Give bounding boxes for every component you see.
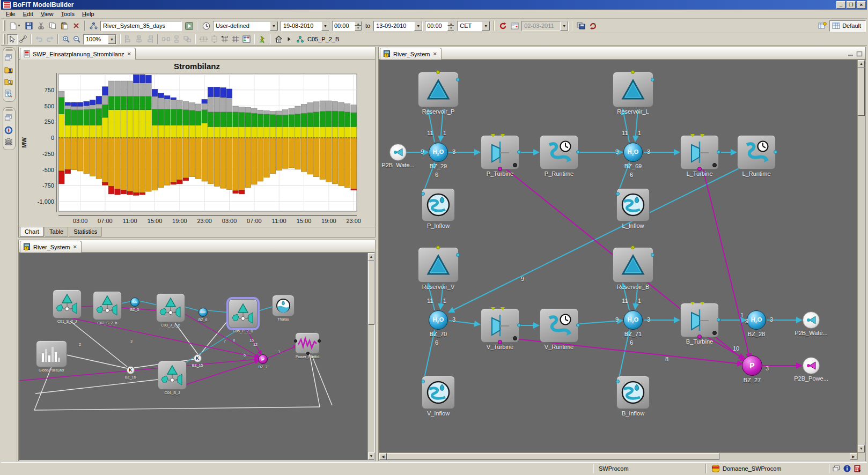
search-folder-icon[interactable] [4, 78, 13, 86]
node-p-inflow[interactable] [422, 188, 455, 221]
align-right-button[interactable] [144, 34, 155, 44]
node-v-turbine[interactable] [481, 308, 519, 343]
distribute-v-button[interactable] [171, 34, 182, 44]
copy-button[interactable] [47, 20, 58, 32]
zoom-level-select-arrow-icon[interactable]: ▼ [108, 35, 116, 44]
start-time-spinner[interactable]: 00:00▲▼ [332, 21, 362, 31]
undo-button[interactable] [34, 34, 45, 44]
connect-tool-button[interactable] [18, 34, 28, 44]
timezone-select-arrow-icon[interactable]: ▼ [482, 21, 490, 31]
node-b-turbine[interactable] [680, 303, 719, 337]
distribute-h-button[interactable] [160, 34, 171, 44]
tab-strombilanz[interactable]: SWP_Einsatzplanung_Strombilanz ✕ [20, 48, 136, 60]
diagram-canvas[interactable]: Reservoir_PReservoir_LP2B_Wate...H2OBZ_2… [379, 60, 865, 461]
align-middle-button[interactable] [134, 34, 144, 44]
node-bz-27[interactable]: P [742, 355, 762, 376]
node-v-inflow[interactable] [422, 376, 455, 409]
info-icon[interactable] [843, 465, 851, 472]
snap-shrink-button[interactable] [198, 34, 209, 44]
calendar-button[interactable] [509, 20, 520, 32]
node-reservoir-p[interactable] [418, 72, 459, 107]
node-bz-28[interactable]: H2O [747, 310, 766, 330]
zoom-in-button[interactable] [61, 34, 71, 44]
align-left-button[interactable] [123, 34, 134, 44]
start-date-select[interactable]: 19-08-2010▼ [281, 21, 330, 31]
menu-view[interactable]: View [37, 10, 57, 18]
reload-button[interactable] [587, 20, 599, 32]
run-button[interactable] [183, 20, 195, 32]
node-bz-70[interactable]: H2O [429, 310, 448, 330]
node-b-inflow[interactable] [616, 376, 650, 409]
node-p-runtime[interactable] [540, 135, 578, 169]
node-bz-29[interactable]: H2O [429, 143, 448, 162]
match-size-button[interactable] [182, 34, 193, 44]
overview-canvas[interactable]: C01_S_2_JC02_S_2_bH₂OBZ_5C03_J_2_bH₂OBZ_… [19, 253, 375, 461]
save-version-button[interactable] [575, 20, 587, 32]
scroll-up-icon[interactable]: ▲ [858, 60, 865, 68]
node-c05[interactable] [229, 299, 258, 328]
node-c03[interactable] [156, 293, 185, 322]
new-button[interactable]: ▼ [7, 20, 23, 32]
end-date-select-arrow-icon[interactable]: ▼ [414, 21, 422, 31]
tab-close-icon[interactable]: ✕ [72, 244, 77, 250]
node-pp[interactable] [295, 332, 320, 354]
node-c04[interactable] [158, 361, 187, 390]
reset-time-button[interactable] [497, 20, 509, 32]
diagram-vertical-scrollbar[interactable]: ▲ ▼ [857, 60, 865, 460]
bottom-tab-table[interactable]: Table [45, 227, 68, 237]
node-reservoir-l[interactable] [613, 72, 653, 107]
scroll-left-icon[interactable]: ◀ [379, 453, 387, 460]
calc-icon[interactable] [854, 465, 862, 472]
node-l-inflow[interactable] [616, 188, 650, 221]
bottom-tab-chart[interactable]: Chart [20, 227, 44, 237]
delete-button[interactable] [70, 20, 82, 32]
node-l-runtime[interactable] [737, 135, 776, 169]
node-c02[interactable] [93, 291, 122, 320]
node-bz-69[interactable]: H2O [623, 143, 643, 162]
node-thalau[interactable] [272, 295, 295, 316]
select-tool-button[interactable] [7, 34, 18, 44]
end-time-spinner-down-icon[interactable]: ▼ [447, 26, 454, 31]
default-perspective-button[interactable]: Default [829, 20, 866, 32]
start-time-spinner-up-icon[interactable]: ▲ [355, 21, 362, 26]
node-l-turbine[interactable] [680, 135, 719, 169]
node-params[interactable] [36, 340, 67, 367]
preview-doc-icon[interactable] [4, 90, 13, 98]
timezone-select[interactable]: CET▼ [457, 21, 490, 31]
project-user-folder-icon[interactable] [4, 66, 13, 75]
overview-vertical-scrollbar[interactable]: ▲ ▼ [367, 253, 374, 460]
cut-button[interactable] [35, 20, 47, 32]
node-p2b-power[interactable] [803, 357, 820, 374]
menu-file[interactable]: File [2, 10, 19, 18]
minimize-button[interactable]: _ [836, 1, 845, 9]
end-time-spinner-up-icon[interactable]: ▲ [447, 21, 454, 26]
window-icon[interactable] [833, 465, 840, 472]
node-bz-71[interactable]: H2O [623, 310, 643, 330]
zoom-out-button[interactable] [71, 34, 82, 44]
diagram-horizontal-scrollbar[interactable]: ◀ ▶ [379, 452, 857, 460]
paste-button[interactable] [58, 20, 70, 32]
node-bz6[interactable]: H₂O [198, 308, 208, 317]
maximize-button[interactable]: ❐ [847, 1, 856, 9]
restore-views-icon[interactable] [4, 114, 13, 123]
scroll-up-icon[interactable]: ▲ [368, 253, 374, 261]
home-button[interactable] [273, 34, 284, 44]
open-perspective-button[interactable] [816, 20, 828, 32]
end-date-select[interactable]: 13-09-2010▼ [373, 21, 423, 31]
restore-views-icon[interactable] [4, 54, 13, 63]
reference-date-select-arrow-icon[interactable]: ▼ [560, 21, 568, 31]
menu-tools[interactable]: Tools [57, 10, 78, 18]
zoom-level-select[interactable]: 100%▼ [83, 34, 116, 44]
auto-layout-button[interactable] [241, 34, 252, 44]
tab-close-icon[interactable]: ✕ [127, 51, 132, 57]
node-v-runtime[interactable] [540, 308, 578, 343]
snap-stretch-button[interactable] [209, 34, 219, 44]
node-bz5[interactable]: H₂O [130, 298, 139, 307]
timerange-select[interactable]: User-defined▼ [213, 21, 278, 31]
node-p-turbine[interactable] [481, 135, 519, 169]
timerange-select-arrow-icon[interactable]: ▼ [270, 21, 278, 31]
node-p2b-water-out[interactable] [803, 311, 820, 329]
navigator-compass-icon[interactable] [4, 126, 13, 135]
node-bz15[interactable]: K [194, 354, 202, 362]
start-date-select-arrow-icon[interactable]: ▼ [321, 21, 329, 31]
